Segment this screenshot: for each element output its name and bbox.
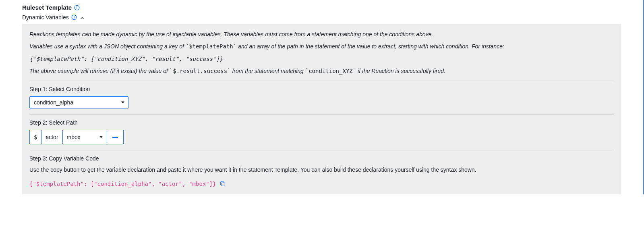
intro-paragraph-1: Reactions templates can be made dynamic … — [29, 30, 614, 38]
remove-path-segment-button[interactable] — [107, 130, 123, 144]
intro-code-example: {"$templatePath": ["condition_XYZ", "res… — [29, 55, 614, 63]
info-icon[interactable] — [71, 15, 77, 20]
divider — [29, 150, 614, 150]
dynamic-variables-panel: Reactions templates can be made dynamic … — [22, 24, 621, 194]
svg-point-2 — [77, 6, 77, 7]
step3-label: Step 3: Copy Variable Code — [29, 155, 614, 162]
step3-instructions: Use the copy button to get the variable … — [29, 166, 614, 174]
chevron-up-icon[interactable] — [79, 15, 85, 21]
path-root-segment: $ — [30, 130, 41, 144]
intro-paragraph-3: The above example will retrieve (if it e… — [29, 67, 614, 75]
info-icon[interactable] — [74, 5, 80, 10]
path-segment-select[interactable]: mbox — [63, 130, 107, 144]
intro-block: Reactions templates can be made dynamic … — [29, 30, 614, 75]
result-code: {"$templatePath": ["condition_alpha", "a… — [29, 181, 216, 187]
condition-select[interactable]: condition_alpha — [29, 96, 128, 108]
divider — [29, 81, 614, 81]
page-title: Ruleset Template — [22, 4, 72, 11]
divider — [29, 114, 614, 115]
intro-paragraph-2: Variables use a syntax with a JSON objec… — [29, 42, 614, 50]
chevron-down-icon — [99, 136, 103, 138]
step2-label: Step 2: Select Path — [29, 119, 614, 126]
copy-icon[interactable] — [219, 181, 226, 187]
svg-point-5 — [74, 16, 74, 17]
step1-label: Step 1: Select Condition — [29, 86, 614, 92]
path-builder: $ actor mbox — [29, 130, 124, 144]
section-subtitle: Dynamic Variables — [22, 14, 69, 21]
path-segment-value: mbox — [67, 134, 81, 140]
path-segment-actor: actor — [41, 130, 62, 144]
svg-rect-6 — [222, 183, 225, 186]
minus-icon — [112, 137, 118, 138]
